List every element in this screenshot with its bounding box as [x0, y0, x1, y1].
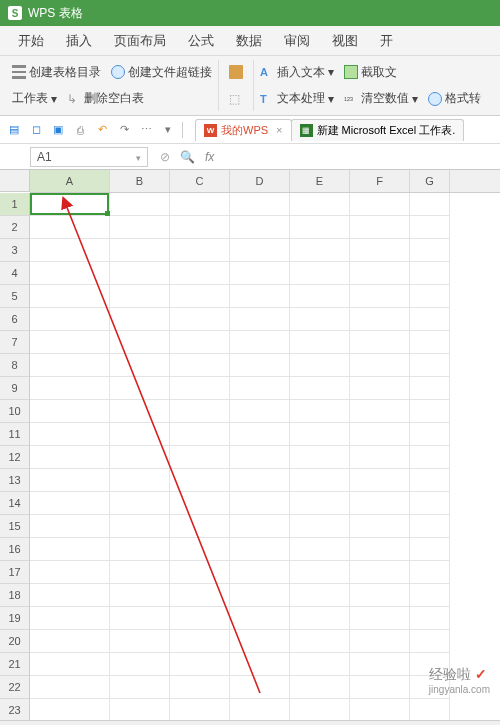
row-header[interactable]: 1	[0, 193, 29, 216]
cell[interactable]	[290, 446, 350, 469]
checkbox-button[interactable]	[229, 92, 243, 106]
row-header[interactable]: 17	[0, 561, 29, 584]
cell[interactable]	[30, 285, 110, 308]
cell[interactable]	[290, 423, 350, 446]
cell[interactable]	[350, 193, 410, 216]
cell[interactable]	[170, 193, 230, 216]
cell[interactable]	[410, 676, 450, 699]
cell[interactable]	[170, 676, 230, 699]
cell[interactable]	[410, 538, 450, 561]
cell[interactable]	[410, 469, 450, 492]
cell[interactable]	[290, 607, 350, 630]
cell[interactable]	[230, 676, 290, 699]
cell[interactable]	[410, 216, 450, 239]
cell[interactable]	[230, 446, 290, 469]
cell[interactable]	[230, 607, 290, 630]
cell[interactable]	[350, 492, 410, 515]
cell[interactable]	[110, 377, 170, 400]
menu-view[interactable]: 视图	[332, 32, 358, 50]
cell[interactable]	[230, 561, 290, 584]
cell[interactable]	[410, 561, 450, 584]
doc-tab-wps[interactable]: W 我的WPS ×	[195, 119, 292, 141]
row-header[interactable]: 4	[0, 262, 29, 285]
cell[interactable]	[110, 193, 170, 216]
cell[interactable]	[30, 377, 110, 400]
menu-dev[interactable]: 开	[380, 32, 393, 50]
cell[interactable]	[350, 377, 410, 400]
cell[interactable]	[290, 216, 350, 239]
cell[interactable]	[230, 492, 290, 515]
row-header[interactable]: 23	[0, 699, 29, 720]
cell[interactable]	[170, 630, 230, 653]
delete-blank-button[interactable]: 删除空白表	[67, 90, 144, 107]
cell[interactable]	[290, 630, 350, 653]
cell[interactable]	[110, 354, 170, 377]
cell[interactable]	[410, 515, 450, 538]
qat-save-icon[interactable]: ▤	[6, 122, 22, 138]
column-header[interactable]: A	[30, 170, 110, 192]
cell[interactable]	[410, 331, 450, 354]
fx-icon[interactable]: fx	[205, 150, 214, 164]
cell[interactable]	[110, 561, 170, 584]
cell[interactable]	[290, 400, 350, 423]
qat-redo-icon[interactable]: ↷	[116, 122, 132, 138]
cell[interactable]	[290, 653, 350, 676]
cell[interactable]	[350, 653, 410, 676]
cell[interactable]	[230, 239, 290, 262]
screenshot-button[interactable]: 截取文	[344, 64, 397, 81]
cell[interactable]	[230, 515, 290, 538]
row-header[interactable]: 21	[0, 653, 29, 676]
toc-button[interactable]: 创建表格目录	[12, 64, 101, 81]
cell[interactable]	[410, 285, 450, 308]
cell[interactable]	[230, 308, 290, 331]
cell[interactable]	[410, 630, 450, 653]
row-header[interactable]: 8	[0, 354, 29, 377]
cell[interactable]	[350, 262, 410, 285]
column-header[interactable]: G	[410, 170, 450, 192]
row-header[interactable]: 11	[0, 423, 29, 446]
cell[interactable]	[30, 538, 110, 561]
cell[interactable]	[290, 538, 350, 561]
cell[interactable]	[110, 676, 170, 699]
cell[interactable]	[290, 377, 350, 400]
cell[interactable]	[350, 400, 410, 423]
cell[interactable]	[410, 193, 450, 216]
cell[interactable]	[230, 354, 290, 377]
cell[interactable]	[170, 377, 230, 400]
cell[interactable]	[350, 423, 410, 446]
row-header[interactable]: 5	[0, 285, 29, 308]
clear-num-dropdown[interactable]: 清空数值 ▾	[344, 90, 418, 107]
insert-text-button[interactable]: 插入文本 ▾	[260, 64, 334, 81]
cell[interactable]	[230, 216, 290, 239]
cell[interactable]	[290, 285, 350, 308]
cell[interactable]	[110, 515, 170, 538]
row-header[interactable]: 15	[0, 515, 29, 538]
brush-button[interactable]	[229, 65, 243, 79]
cell[interactable]	[290, 469, 350, 492]
row-header[interactable]: 22	[0, 676, 29, 699]
cell[interactable]	[290, 515, 350, 538]
cell[interactable]	[410, 354, 450, 377]
cell[interactable]	[170, 354, 230, 377]
menu-layout[interactable]: 页面布局	[114, 32, 166, 50]
cell[interactable]	[170, 469, 230, 492]
menu-insert[interactable]: 插入	[66, 32, 92, 50]
cell[interactable]	[30, 607, 110, 630]
cell[interactable]	[110, 216, 170, 239]
cell[interactable]	[350, 469, 410, 492]
cell[interactable]	[350, 285, 410, 308]
cell[interactable]	[30, 676, 110, 699]
row-header[interactable]: 12	[0, 446, 29, 469]
cell[interactable]	[350, 515, 410, 538]
cell[interactable]	[30, 331, 110, 354]
cell[interactable]	[290, 584, 350, 607]
cell[interactable]	[110, 584, 170, 607]
cell[interactable]	[230, 331, 290, 354]
cell[interactable]	[110, 469, 170, 492]
cell[interactable]	[170, 607, 230, 630]
cell[interactable]	[170, 285, 230, 308]
name-box[interactable]: A1	[30, 147, 148, 167]
cell[interactable]	[170, 653, 230, 676]
cell[interactable]	[410, 699, 450, 720]
cell[interactable]	[230, 400, 290, 423]
